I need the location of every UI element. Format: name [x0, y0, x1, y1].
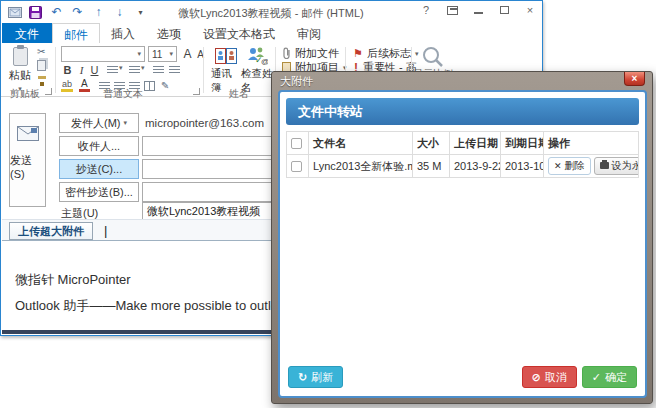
- close-icon[interactable]: ×: [522, 3, 538, 17]
- bcc-label: 密件抄送(B)...: [65, 185, 133, 200]
- ok-label: 确定: [605, 370, 627, 385]
- tab-insert[interactable]: 插入: [100, 23, 146, 43]
- col-expire-date: 到期日期: [501, 132, 544, 155]
- dialog-footer: ↻ 刷新 ⊘ 取消 ✓ 确定: [286, 366, 639, 390]
- check-icon: ✓: [592, 371, 601, 384]
- upload-large-attachment-button[interactable]: 上传超大附件: [9, 222, 93, 240]
- refresh-label: 刷新: [311, 370, 333, 385]
- send-button[interactable]: 发送(S): [9, 113, 46, 207]
- delete-x-icon: ✕: [554, 161, 562, 171]
- dialog-header: 文件中转站: [286, 98, 639, 125]
- paste-label: 粘贴: [9, 68, 31, 83]
- tab-format-text[interactable]: 设置文本格式: [192, 23, 286, 43]
- grow-font-icon[interactable]: A: [181, 47, 194, 61]
- ok-button[interactable]: ✓ 确定: [582, 366, 637, 388]
- ribbon-display-options-icon[interactable]: [444, 3, 460, 17]
- check-names-icon: ✓@: [246, 47, 268, 65]
- cell-size: 35 M: [413, 155, 450, 178]
- cc-button[interactable]: 抄送(C)...: [59, 159, 139, 179]
- font-size-combo[interactable]: 11 ▾: [148, 46, 177, 62]
- highlight-color-icon[interactable]: ab: [61, 79, 73, 92]
- set-permanent-label: 设为永久: [612, 159, 639, 173]
- cancel-button[interactable]: ⊘ 取消: [522, 366, 577, 388]
- from-value: micropointer@163.com: [145, 117, 264, 129]
- attach-file-button[interactable]: 附加文件: [282, 46, 339, 61]
- paperclip-icon: [282, 47, 291, 60]
- title-bar[interactable]: ↶ ↷ ↑ ↓ ▾ 微软Lync2013教程视频 - 邮件 (HTML) ? ×: [1, 1, 542, 23]
- italic-icon[interactable]: I: [75, 64, 88, 76]
- table-header-row: 文件名 大小 上传日期 到期日期 操作: [287, 132, 639, 155]
- font-color-icon[interactable]: A: [79, 78, 90, 92]
- chevron-down-icon[interactable]: ▾: [141, 64, 145, 72]
- select-all-checkbox[interactable]: [291, 138, 302, 149]
- redo-icon[interactable]: ↷: [70, 5, 85, 20]
- format-painter-icon[interactable]: [37, 76, 47, 86]
- tab-message[interactable]: 邮件: [52, 23, 100, 43]
- attach-file-label: 附加文件: [295, 46, 339, 61]
- chevron-down-icon[interactable]: ▾: [119, 64, 123, 72]
- text-cursor: |: [104, 223, 107, 238]
- underline-icon[interactable]: U: [88, 64, 101, 76]
- undo-icon[interactable]: ↶: [49, 5, 64, 20]
- from-label: 发件人(M): [71, 116, 121, 131]
- svg-text:@: @: [261, 57, 268, 65]
- cell-filename: Lync2013全新体验.mp4: [309, 155, 413, 178]
- font-name-combo[interactable]: ▾: [61, 46, 145, 62]
- address-book-icon: [215, 47, 237, 65]
- delete-button[interactable]: ✕ 删除: [548, 157, 591, 175]
- clipboard-dialog-launcher-icon[interactable]: [45, 88, 52, 95]
- large-attachment-dialog: 大附件 × 文件中转站 文件名 大小 上传日期 到期日期 操作: [271, 71, 653, 404]
- tab-file[interactable]: 文件: [2, 23, 52, 43]
- from-button[interactable]: 发件人(M) ▾: [59, 113, 139, 133]
- font-size-value: 11: [152, 49, 162, 60]
- help-icon[interactable]: ?: [418, 3, 434, 17]
- mail-window-icon[interactable]: [7, 5, 22, 20]
- zoom-button[interactable]: [421, 45, 445, 69]
- col-action: 操作: [544, 132, 639, 155]
- ribbon-tabs: 文件 邮件 插入 选项 设置文本格式 审阅: [1, 23, 542, 43]
- send-label: 发送(S): [10, 153, 45, 180]
- to-button[interactable]: 收件人...: [59, 136, 139, 156]
- set-permanent-button[interactable]: 设为永久: [594, 157, 639, 175]
- window-controls: ? ×: [418, 3, 538, 17]
- refresh-icon: ↻: [298, 371, 307, 384]
- maximize-icon[interactable]: [496, 3, 512, 17]
- numbered-list-icon[interactable]: [129, 66, 140, 75]
- file-table: 文件名 大小 上传日期 到期日期 操作 Lync2013全新体验.mp4 35 …: [286, 131, 639, 178]
- flag-icon: ⚑: [353, 47, 363, 60]
- save-icon[interactable]: [28, 5, 43, 20]
- chevron-down-icon: ▾: [415, 50, 419, 58]
- move-up-icon[interactable]: ↑: [91, 5, 106, 20]
- bold-icon[interactable]: B: [61, 64, 74, 76]
- clear-formatting-icon[interactable]: ✎: [161, 80, 169, 91]
- cell-expire-date: 2013-10…: [501, 155, 544, 178]
- dialog-close-icon[interactable]: ×: [624, 72, 645, 86]
- chevron-down-icon: ▾: [169, 50, 173, 58]
- bullet-list-icon[interactable]: [107, 66, 118, 75]
- minimize-icon[interactable]: [470, 3, 486, 17]
- dialog-title: 大附件: [280, 74, 313, 89]
- names-group-label: 姓名: [229, 87, 249, 101]
- magnifier-icon: [421, 45, 445, 69]
- tab-options[interactable]: 选项: [146, 23, 192, 43]
- body-line-1: 微指针 MicroPointer: [15, 271, 131, 289]
- bcc-button[interactable]: 密件抄送(B)...: [59, 182, 139, 202]
- basic-text-dialog-launcher-icon[interactable]: [193, 88, 200, 95]
- refresh-button[interactable]: ↻ 刷新: [288, 366, 343, 388]
- increase-indent-icon[interactable]: [169, 66, 180, 75]
- follow-up-button[interactable]: ⚑ 后续标志 ▾: [353, 46, 418, 61]
- briefcase-icon: [600, 162, 609, 169]
- row-checkbox[interactable]: [291, 161, 302, 172]
- copy-icon[interactable]: [37, 60, 46, 71]
- col-size: 大小: [413, 132, 450, 155]
- chevron-down-icon: ▾: [123, 119, 127, 127]
- cut-icon[interactable]: ✂: [37, 46, 45, 57]
- shrink-font-icon[interactable]: A: [194, 49, 207, 60]
- basic-text-group-label: 普通文本: [103, 87, 143, 101]
- col-filename: 文件名: [309, 132, 413, 155]
- table-grid-icon[interactable]: [144, 81, 155, 91]
- paste-icon: [13, 47, 28, 66]
- tab-review[interactable]: 审阅: [286, 23, 332, 43]
- screenshot-root: ↶ ↷ ↑ ↓ ▾ 微软Lync2013教程视频 - 邮件 (HTML) ? ×…: [0, 0, 656, 408]
- decrease-indent-icon[interactable]: [153, 66, 164, 75]
